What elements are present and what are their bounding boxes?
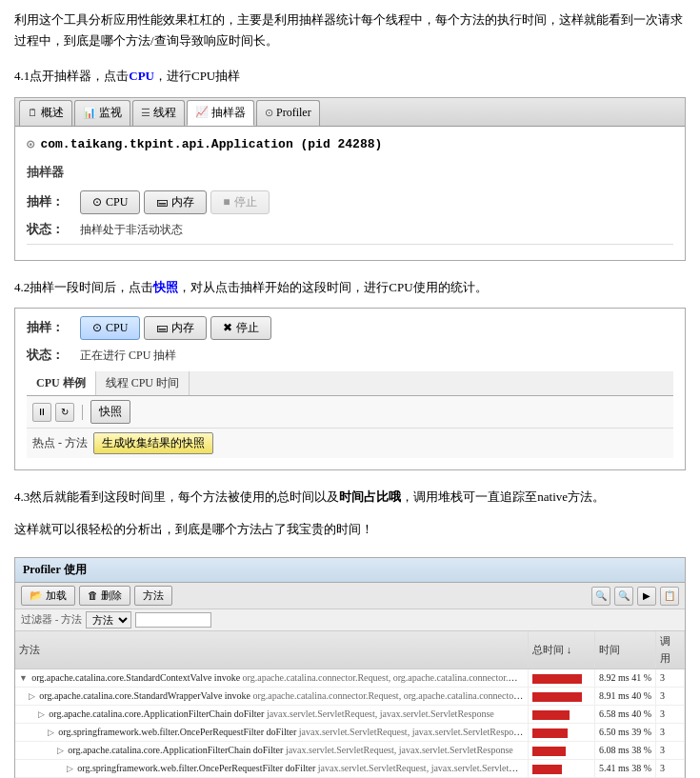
intro-content: 利用这个工具分析应用性能效果杠杠的，主要是利用抽样器统计每个线程中，每个方法的执… [14, 12, 683, 48]
col-total-time[interactable]: 总时间 ↓ [529, 631, 595, 669]
threads-icon: ☰ [141, 105, 150, 122]
section-4-2-highlight: 快照 [153, 280, 178, 294]
snapshot-btn[interactable]: 快照 [90, 400, 130, 424]
generate-snapshot-btn[interactable]: 生成收集结果的快照 [93, 432, 213, 454]
memory-btn-label-1: 内存 [171, 194, 194, 210]
method-params: org.apache.catalina.connector.Request, o… [253, 690, 529, 701]
section-4-3-title: 4.3然后就能看到这段时间里，每个方法被使用的总时间以及时间占比哦，调用堆栈可一… [14, 486, 686, 508]
filter-label: 过滤器 - 方法 [21, 611, 82, 628]
method-cell: ▷ org.springframework.web.filter.OncePer… [15, 760, 529, 778]
sampler-panel-1: 🗒 概述 📊 监视 ☰ 线程 📈 抽样器 ⊙ Profiler ⊙ [14, 97, 686, 261]
method-name: org.apache.catalina.core.ApplicationFilt… [68, 745, 286, 755]
method-name: org.apache.catalina.core.StandardWrapper… [39, 690, 252, 701]
hotspot-row: 热点 - 方法 生成收集结果的快照 [27, 429, 673, 458]
tab-cpu-samples[interactable]: CPU 样例 [27, 371, 96, 395]
tab-threads[interactable]: ☰ 线程 [132, 100, 185, 126]
memory-btn-icon-1: 🖴 [156, 195, 168, 209]
section-4-3: 4.3然后就能看到这段时间里，每个方法被使用的总时间以及时间占比哦，调用堆栈可一… [14, 486, 686, 778]
cpu-btn-icon-2: ⊙ [92, 321, 102, 335]
delete-btn[interactable]: 🗑 删除 [79, 586, 130, 606]
time-cell: 6.58 ms 40 % [595, 706, 656, 724]
tab-thread-cpu-time[interactable]: 线程 CPU 时间 [96, 371, 190, 395]
app-icon-1: ⊙ [27, 134, 34, 155]
col-calls[interactable]: 调用 [656, 631, 685, 669]
filter-input[interactable] [135, 612, 211, 628]
tab-monitor-label: 监视 [99, 104, 122, 122]
sampling-label-1: 抽样： [27, 192, 72, 212]
cpu-btn-1[interactable]: ⊙ CPU [80, 190, 140, 214]
calls-cell: 3 [656, 724, 685, 742]
table-row[interactable]: ▷ org.apache.catalina.core.ApplicationFi… [15, 706, 685, 724]
method-name: org.apache.catalina.core.StandardContext… [31, 672, 242, 683]
memory-btn-1[interactable]: 🖴 内存 [144, 190, 207, 214]
table-row[interactable]: ▷ org.springframework.web.filter.OncePer… [15, 760, 685, 778]
table-row[interactable]: ▷ org.apache.catalina.core.StandardWrapp… [15, 688, 685, 706]
method-params: javax.servlet.ServletRequest, javax.serv… [267, 708, 494, 719]
time-bar-cell [529, 760, 595, 778]
calls-cell: 3 [656, 706, 685, 724]
search-icon-2[interactable]: 🔍 [614, 587, 633, 606]
tab-sampler-label: 抽样器 [211, 104, 246, 122]
method-cell: ▷ org.apache.catalina.core.StandardWrapp… [15, 688, 529, 706]
btn-group-1: ⊙ CPU 🖴 内存 ■ 停止 [80, 190, 270, 214]
load-btn[interactable]: 📂 加载 [21, 586, 75, 606]
search-icon-1[interactable]: 🔍 [591, 587, 610, 606]
status-text-1: 抽样处于非活动状态 [80, 221, 183, 239]
method-btn[interactable]: 方法 [134, 586, 172, 606]
tree-arrow-icon: ▷ [67, 764, 75, 773]
bar-fill [532, 710, 570, 720]
method-name: org.springframework.web.filter.OncePerRe… [77, 763, 318, 773]
tab-overview[interactable]: 🗒 概述 [19, 100, 72, 126]
col-time[interactable]: 时间 [595, 631, 656, 669]
tab-sampler[interactable]: 📈 抽样器 [187, 100, 254, 126]
method-params: javax.servlet.ServletRequest, javax.serv… [318, 763, 529, 773]
tab-profiler[interactable]: ⊙ Profiler [256, 100, 320, 126]
profiler-table-body: ▼ org.apache.catalina.core.StandardConte… [15, 669, 685, 778]
status-label-2: 状态： [27, 346, 72, 366]
table-row[interactable]: ▼ org.apache.catalina.core.StandardConte… [15, 669, 685, 688]
clipboard-icon[interactable]: 📋 [660, 587, 679, 606]
pause-btn[interactable]: ⏸ [32, 403, 51, 422]
generate-snapshot-label: 生成收集结果的快照 [102, 436, 205, 449]
section-note-text: 这样就可以很轻松的分析出，到底是哪个方法占了我宝贵的时间！ [14, 522, 373, 536]
memory-btn-icon-2: 🖴 [156, 321, 168, 335]
calls-cell: 3 [656, 688, 685, 706]
cpu-btn-icon-1: ⊙ [92, 195, 102, 209]
time-bar-cell [529, 688, 595, 706]
cpu-btn-2[interactable]: ⊙ CPU [80, 316, 140, 340]
sampler-panel-content-2: 抽样： ⊙ CPU 🖴 内存 ✖ 停止 状 [15, 309, 685, 469]
section-4-3-suffix: ，调用堆栈可一直追踪至native方法。 [401, 489, 605, 504]
stop-btn-1[interactable]: ■ 停止 [210, 190, 269, 214]
sampling-row-2: 抽样： ⊙ CPU 🖴 内存 ✖ 停止 [27, 316, 673, 340]
section-4-3-prefix: 4.3然后就能看到这段时间里，每个方法被使用的总时间以及 [14, 489, 339, 504]
time-cell: 6.50 ms 39 % [595, 724, 656, 742]
status-text-2: 正在进行 CPU 抽样 [80, 347, 176, 365]
bar-fill [532, 765, 562, 774]
app-title-text-1: com.taikang.tkpint.api.Application (pid … [40, 135, 382, 155]
table-row[interactable]: ▷ org.apache.catalina.core.ApplicationFi… [15, 742, 685, 760]
time-bar-cell [529, 706, 595, 724]
tree-arrow-icon: ▷ [38, 709, 47, 719]
refresh-btn[interactable]: ↻ [55, 403, 74, 422]
time-bar-cell [529, 669, 595, 688]
method-name: org.apache.catalina.core.ApplicationFilt… [49, 708, 267, 719]
profiler-filter-row: 过滤器 - 方法 方法 [15, 609, 685, 631]
play-icon[interactable]: ▶ [637, 587, 656, 606]
section-4-3-note: 这样就可以很轻松的分析出，到底是哪个方法占了我宝贵的时间！ [14, 518, 686, 540]
tab-threads-label: 线程 [153, 104, 176, 122]
tab-monitor[interactable]: 📊 监视 [74, 100, 130, 126]
memory-btn-label-2: 内存 [171, 320, 194, 336]
profiler-table-head: 方法 总时间 ↓ 时间 调用 [15, 631, 685, 669]
separator-1 [14, 549, 686, 557]
memory-btn-2[interactable]: 🖴 内存 [144, 316, 207, 340]
method-cell: ▷ org.apache.catalina.core.ApplicationFi… [15, 742, 529, 760]
filter-select[interactable]: 方法 [86, 611, 131, 628]
stop-btn-2[interactable]: ✖ 停止 [210, 316, 271, 340]
divider-1 [27, 244, 673, 245]
hotspot-label: 热点 - 方法 [32, 434, 88, 452]
stop-btn-label-2: 停止 [236, 320, 259, 336]
section-title-suffix: ，进行CPU抽样 [154, 69, 240, 83]
status-row-1: 状态： 抽样处于非活动状态 [27, 220, 673, 240]
table-row[interactable]: ▷ org.springframework.web.filter.OncePer… [15, 724, 685, 742]
sampler-icon: 📈 [195, 104, 209, 121]
